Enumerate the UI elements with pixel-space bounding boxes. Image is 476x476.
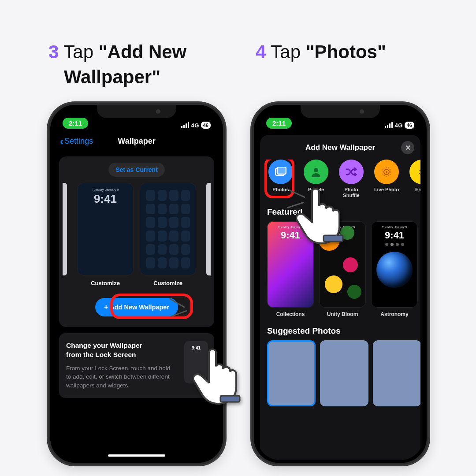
- category-photo-shuffle[interactable]: Photo Shuffle: [337, 160, 366, 198]
- lockscreen-preview[interactable]: Tuesday, January 9 9:41 Customize: [77, 183, 134, 286]
- customize-home-button[interactable]: Customize: [140, 280, 196, 286]
- category-label: Photo Shuffle: [337, 187, 366, 198]
- svg-point-3: [314, 168, 318, 172]
- featured-astronomy[interactable]: Tuesday, January 9 9:41 Astronomy: [371, 221, 418, 317]
- suggested-photo[interactable]: [373, 340, 420, 406]
- notch: [301, 105, 380, 118]
- preview-date: Tuesday, January 9: [81, 188, 130, 191]
- featured-unity-bloom[interactable]: Tuesday, January 9 9:41 Unity Bloom: [319, 221, 366, 317]
- plus-icon: +: [104, 303, 108, 311]
- close-button[interactable]: ✕: [401, 141, 414, 154]
- category-emoji[interactable]: Emoji: [407, 160, 420, 198]
- featured-collections[interactable]: Tuesday, January 9 9:41 Collections: [267, 221, 314, 317]
- network-label: 4G: [191, 122, 199, 129]
- step-quote-line1: "Add New: [99, 41, 187, 62]
- add-new-wallpaper-button[interactable]: + Add New Wallpaper: [95, 298, 178, 316]
- tip-title-line1: Change your Wallpaper: [66, 342, 142, 349]
- step-quote-line2: Wallpaper": [64, 67, 160, 87]
- tip-illustration: 9:41: [184, 341, 208, 383]
- earth-icon: [376, 252, 413, 288]
- step-3-title: 3 Tap "Add New Wallpaper": [40, 40, 251, 103]
- homescreen-preview[interactable]: Customize: [140, 183, 196, 286]
- step-4-title: 4 Tap "Photos": [247, 40, 458, 78]
- battery-badge: 46: [201, 122, 211, 129]
- thumb-date: Tuesday, January 9: [270, 226, 311, 229]
- back-button[interactable]: ‹ Settings: [60, 137, 93, 146]
- target-icon: [374, 160, 399, 184]
- category-photos[interactable]: Photos: [266, 160, 295, 198]
- sheet-title: Add New Wallpaper: [305, 143, 375, 152]
- category-label: People: [301, 187, 331, 193]
- wallpaper-card: Set as Current Tuesday, January 9 9:41 C…: [59, 156, 214, 327]
- tip-body: From your Lock Screen, touch and hold to…: [66, 364, 172, 390]
- category-live-photo[interactable]: Live Photo: [372, 160, 401, 198]
- add-new-label: Add New Wallpaper: [110, 304, 169, 311]
- tip-card: Change your Wallpaper from the Lock Scre…: [59, 333, 214, 398]
- svg-point-7: [416, 167, 420, 177]
- featured-label: Astronomy: [371, 311, 418, 317]
- add-wallpaper-sheet: Add New Wallpaper ✕ Photos Pe: [260, 135, 420, 460]
- smile-icon: [409, 160, 420, 184]
- category-label: Emoji: [407, 187, 420, 193]
- thumb-date: Tuesday, January 9: [322, 226, 363, 229]
- back-label: Settings: [64, 137, 93, 146]
- phone-frame-left: 2:11 4G 46 ‹ Settings Wallpaper Set as C…: [48, 103, 225, 465]
- mini-time: 9:41: [192, 346, 201, 350]
- step-number: 4: [256, 41, 266, 62]
- person-icon: [304, 160, 328, 184]
- battery-badge: 46: [405, 122, 414, 129]
- tip-title-line2: from the Lock Screen: [66, 351, 136, 358]
- signal-icon: [181, 122, 189, 128]
- category-label: Live Photo: [372, 187, 401, 193]
- customize-lock-button[interactable]: Customize: [77, 280, 134, 286]
- featured-label: Unity Bloom: [319, 311, 366, 317]
- step-verb: Tap: [271, 41, 301, 62]
- shuffle-icon: [339, 160, 364, 184]
- page-title: Wallpaper: [118, 137, 155, 146]
- thumb-date: Tuesday, January 9: [374, 226, 415, 229]
- step-number: 3: [48, 41, 59, 62]
- home-indicator[interactable]: [108, 454, 165, 457]
- status-time: 2:11: [63, 118, 88, 129]
- category-label: Photos: [266, 187, 295, 193]
- image-icon: [268, 160, 293, 184]
- suggested-photo[interactable]: [320, 340, 368, 406]
- phone-frame-right: 2:11 4G 46 Add New Wallpaper ✕: [252, 103, 428, 465]
- close-icon: ✕: [405, 144, 411, 152]
- network-label: 4G: [394, 122, 402, 129]
- suggested-row[interactable]: [260, 340, 420, 406]
- svg-rect-2: [277, 167, 286, 174]
- thumb-time: 9:41: [270, 230, 311, 241]
- home-icon-grid: [143, 186, 193, 272]
- notch: [97, 105, 176, 118]
- category-row[interactable]: Photos People Photo Shuffle: [260, 160, 420, 198]
- preview-time: 9:41: [81, 192, 130, 206]
- featured-heading: Featured: [260, 198, 420, 221]
- signal-icon: [385, 122, 393, 128]
- suggested-heading: Suggested Photos: [260, 317, 420, 340]
- nav-bar: ‹ Settings Wallpaper: [53, 130, 220, 154]
- featured-row[interactable]: Tuesday, January 9 9:41 Collections Tues…: [260, 221, 420, 317]
- step-quote: "Photos": [306, 41, 386, 62]
- featured-label: Collections: [267, 311, 314, 317]
- svg-point-6: [386, 171, 387, 173]
- thumb-time: 9:41: [374, 230, 415, 241]
- step-verb: Tap: [63, 41, 93, 62]
- set-as-current-button[interactable]: Set as Current: [108, 163, 165, 177]
- preview-edge-right: [206, 183, 211, 275]
- category-people[interactable]: People: [301, 160, 331, 198]
- suggested-photo[interactable]: [267, 340, 316, 406]
- status-time: 2:11: [266, 118, 292, 129]
- preview-edge-left: [63, 183, 67, 275]
